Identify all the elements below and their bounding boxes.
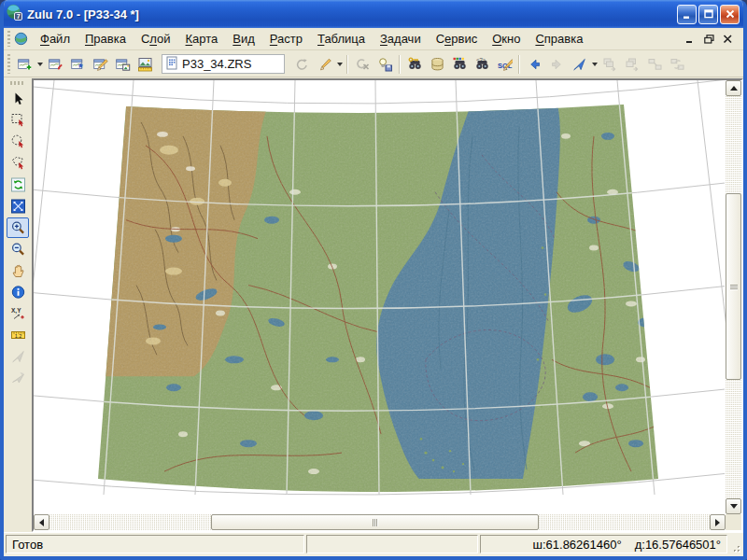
goto-xy-button[interactable]: X,Y	[7, 303, 29, 324]
mdi-close-button[interactable]	[720, 32, 736, 46]
toolbar-separator	[346, 55, 348, 74]
edit-mode-dropdown[interactable]	[335, 53, 344, 75]
send-back-button[interactable]	[599, 53, 621, 75]
save-edit-button[interactable]	[374, 53, 396, 75]
open-map-button[interactable]	[13, 53, 35, 75]
select-rect-icon	[10, 113, 26, 128]
edit-layer-icon	[92, 57, 108, 72]
mdi-minimize-button[interactable]	[683, 32, 698, 46]
raster-binding-button[interactable]	[134, 53, 156, 75]
menu-item-view[interactable]: Вид	[225, 29, 262, 49]
menu-item-raster[interactable]: Растр	[262, 29, 310, 49]
navigate-icon	[571, 57, 587, 72]
horizontal-scroll-thumb[interactable]	[211, 514, 539, 530]
close-map-button[interactable]	[44, 53, 66, 75]
measure-button[interactable]: 1.2	[7, 325, 29, 345]
vertical-scrollbar[interactable]	[726, 80, 741, 514]
find-query-button[interactable]: <?>	[471, 53, 493, 75]
menu-item-tasks[interactable]: Задачи	[373, 29, 429, 49]
select-rect-button[interactable]	[7, 110, 29, 131]
send-front-button[interactable]	[621, 53, 643, 75]
palette-grip-handle[interactable]	[10, 81, 25, 85]
vertical-scroll-thumb[interactable]	[726, 193, 741, 380]
link-button[interactable]	[643, 53, 666, 75]
menu-item-map[interactable]: Карта	[178, 29, 226, 49]
menu-item-window[interactable]: Окно	[485, 29, 528, 49]
title-bar[interactable]: 7 Zulu 7.0 - [P33-34 *]	[0, 0, 747, 28]
find-by-key-icon	[407, 57, 423, 72]
info-button[interactable]	[7, 282, 29, 302]
maximize-button[interactable]	[698, 5, 718, 24]
tool-palette: X,Y1.2	[4, 78, 32, 532]
horizontal-scrollbar[interactable]	[34, 514, 726, 530]
sql-editor-button[interactable]: SQL	[493, 53, 515, 75]
status-bar: Готов ш:61.86261460° д:16.57646501°	[4, 532, 743, 556]
scroll-up-button[interactable]	[726, 80, 741, 96]
zoom-out-button[interactable]	[7, 239, 29, 259]
sql-editor-icon: SQL	[497, 57, 513, 72]
flight-route-2-button[interactable]	[7, 368, 29, 388]
new-layer-icon: *	[70, 57, 86, 72]
zoom-extents-button[interactable]	[7, 196, 29, 217]
menubar-grip-handle[interactable]	[7, 31, 11, 47]
close-button[interactable]	[720, 5, 740, 24]
rotate-button[interactable]	[290, 53, 313, 75]
zoom-in-icon	[10, 220, 26, 235]
back-button[interactable]	[523, 53, 545, 75]
menu-bar: ФайлПравкаСлойКартаВидРастрТаблицаЗадачи…	[4, 28, 743, 50]
find-query-icon: <?>	[474, 57, 490, 72]
minimize-button[interactable]	[677, 5, 697, 24]
scroll-left-button[interactable]	[34, 514, 49, 530]
menu-item-file[interactable]: Файл	[33, 29, 78, 49]
menu-item-layer[interactable]: Слой	[134, 29, 178, 49]
chevron-down-icon	[37, 63, 43, 66]
toolbar-grip-handle[interactable]	[7, 54, 11, 74]
select-circle-button[interactable]	[7, 132, 29, 152]
refresh-view-button[interactable]	[7, 175, 29, 195]
pan-hand-button[interactable]	[7, 260, 29, 281]
refresh-view-icon	[10, 177, 26, 192]
window-title: Zulu 7.0 - [P33-34 *]	[27, 7, 677, 21]
select-polygon-button[interactable]	[7, 153, 29, 174]
navigate-button[interactable]	[568, 53, 590, 75]
raster-binding-icon	[137, 57, 153, 72]
zrs-file-icon	[165, 56, 178, 73]
new-layer-button[interactable]: *	[66, 53, 89, 75]
menu-item-help[interactable]: Справка	[528, 29, 590, 49]
mdi-restore-button[interactable]	[701, 32, 717, 46]
send-front-icon	[625, 57, 641, 72]
rotate-icon	[294, 57, 310, 72]
resize-grip[interactable]	[729, 535, 741, 553]
mdi-document-icon[interactable]	[13, 32, 29, 46]
link-icon	[647, 57, 663, 72]
open-map-dropdown[interactable]	[35, 53, 44, 75]
menu-item-table[interactable]: Таблица	[310, 29, 373, 49]
scroll-down-button[interactable]	[726, 498, 741, 514]
select-polygon-icon	[10, 156, 26, 171]
edit-layer-button[interactable]	[89, 53, 111, 75]
select-arrow-button[interactable]	[7, 89, 29, 109]
navigate-dropdown[interactable]	[590, 53, 599, 75]
map-filename-field[interactable]: P33_34.ZRS	[162, 54, 285, 74]
find-button[interactable]	[448, 53, 471, 75]
sync-button[interactable]	[666, 53, 688, 75]
cancel-edit-button[interactable]	[351, 53, 374, 75]
layer-properties-icon	[115, 57, 131, 72]
find-by-key-button[interactable]	[403, 53, 426, 75]
goto-xy-icon: X,Y	[10, 306, 26, 321]
edit-mode-icon	[317, 57, 332, 72]
latitude-value: ш:61.86261460°	[533, 538, 622, 552]
map-canvas[interactable]	[34, 80, 726, 514]
pan-hand-icon	[10, 263, 26, 278]
flight-route-button[interactable]	[7, 346, 29, 367]
zulu-globe-icon: 7	[6, 4, 22, 24]
edit-mode-button[interactable]	[313, 53, 335, 75]
menu-item-service[interactable]: Сервис	[429, 29, 486, 49]
scroll-right-button[interactable]	[710, 514, 726, 530]
zoom-in-button[interactable]	[7, 217, 29, 238]
database-button[interactable]	[426, 53, 448, 75]
layer-properties-button[interactable]	[111, 53, 134, 75]
toolbar-separator	[518, 55, 520, 74]
forward-button[interactable]	[545, 53, 568, 75]
menu-item-edit[interactable]: Правка	[78, 29, 134, 49]
